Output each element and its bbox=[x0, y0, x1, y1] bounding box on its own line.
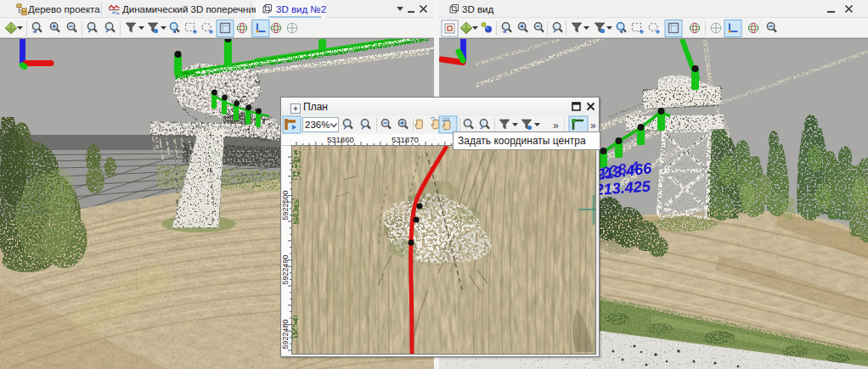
svg-text:531870: 531870 bbox=[392, 135, 419, 144]
svg-text:»: » bbox=[553, 120, 559, 131]
svg-text:5922500: 5922500 bbox=[282, 190, 290, 220]
svg-text:5922490: 5922490 bbox=[282, 254, 290, 284]
svg-text:123: 123 bbox=[442, 117, 449, 122]
svg-text:236%: 236% bbox=[305, 120, 330, 130]
svg-text:531860: 531860 bbox=[327, 135, 354, 144]
svg-text:»: » bbox=[590, 120, 596, 131]
svg-text:5922480: 5922480 bbox=[282, 319, 290, 349]
